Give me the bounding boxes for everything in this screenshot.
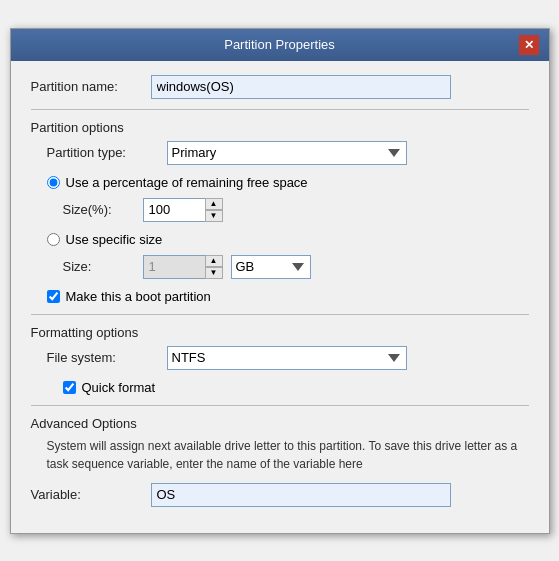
size-percent-spinner-btns: ▲ ▼ (205, 198, 223, 222)
boot-partition-row: Make this a boot partition (47, 289, 529, 304)
partition-type-row: Partition type: Primary Extended Logical (47, 141, 529, 165)
title-bar: Partition Properties ✕ (11, 29, 549, 61)
use-percentage-label: Use a percentage of remaining free space (66, 175, 308, 190)
size-up-btn[interactable]: ▲ (205, 255, 223, 267)
divider-1 (31, 109, 529, 110)
use-specific-row: Use specific size (47, 232, 529, 247)
size-percent-row: Size(%): ▲ ▼ (63, 198, 529, 222)
size-percent-down-btn[interactable]: ▼ (205, 210, 223, 222)
boot-partition-checkbox[interactable] (47, 290, 60, 303)
partition-type-label: Partition type: (47, 145, 167, 160)
size-down-btn[interactable]: ▼ (205, 267, 223, 279)
boot-partition-label: Make this a boot partition (66, 289, 211, 304)
partition-name-input[interactable] (151, 75, 451, 99)
divider-3 (31, 405, 529, 406)
partition-type-select[interactable]: Primary Extended Logical (167, 141, 407, 165)
file-system-row: File system: NTFS FAT32 FAT (47, 346, 529, 370)
formatting-options-label: Formatting options (31, 325, 529, 340)
variable-input[interactable] (151, 483, 451, 507)
variable-label: Variable: (31, 487, 151, 502)
partition-name-row: Partition name: (31, 75, 529, 99)
use-specific-label: Use specific size (66, 232, 163, 247)
size-percent-label: Size(%): (63, 202, 143, 217)
size-label: Size: (63, 259, 143, 274)
use-percentage-row: Use a percentage of remaining free space (47, 175, 529, 190)
size-percent-up-btn[interactable]: ▲ (205, 198, 223, 210)
quick-format-checkbox[interactable] (63, 381, 76, 394)
size-spinner-btns: ▲ ▼ (205, 255, 223, 279)
size-unit-select[interactable]: MB GB TB (231, 255, 311, 279)
dialog-title: Partition Properties (41, 37, 519, 52)
variable-row: Variable: (31, 483, 529, 507)
use-specific-radio[interactable] (47, 233, 60, 246)
partition-properties-dialog: Partition Properties ✕ Partition name: P… (10, 28, 550, 534)
file-system-label: File system: (47, 350, 167, 365)
advanced-options-label: Advanced Options (31, 416, 529, 431)
advanced-description: System will assign next available drive … (47, 437, 529, 473)
quick-format-label: Quick format (82, 380, 156, 395)
size-spinner: ▲ ▼ (143, 255, 223, 279)
size-row: Size: ▲ ▼ MB GB TB (63, 255, 529, 279)
dialog-content: Partition name: Partition options Partit… (11, 61, 549, 533)
use-percentage-radio[interactable] (47, 176, 60, 189)
partition-options-label: Partition options (31, 120, 529, 135)
divider-2 (31, 314, 529, 315)
quick-format-row: Quick format (63, 380, 529, 395)
close-button[interactable]: ✕ (519, 35, 539, 55)
file-system-select[interactable]: NTFS FAT32 FAT (167, 346, 407, 370)
partition-name-label: Partition name: (31, 79, 151, 94)
size-percent-spinner: ▲ ▼ (143, 198, 223, 222)
